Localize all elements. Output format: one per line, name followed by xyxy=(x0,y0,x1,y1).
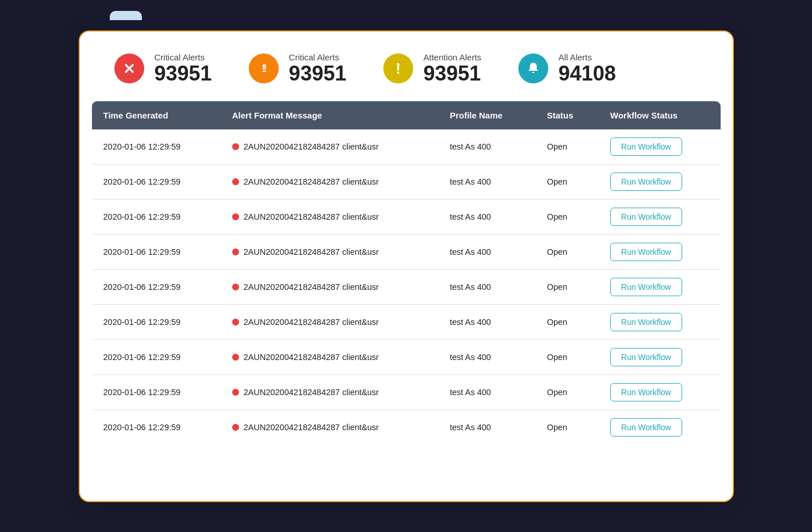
cell-time: 2020-01-06 12:29:59 xyxy=(91,270,221,305)
alert-message-text: 2AUN2020042182484287 client&usr xyxy=(244,142,379,151)
cell-message: 2AUN2020042182484287 client&usr xyxy=(221,235,438,270)
alert-severity-dot xyxy=(232,248,239,255)
cell-status: Open xyxy=(536,235,599,270)
alert-message-text: 2AUN2020042182484287 client&usr xyxy=(244,212,379,221)
cell-profile: test As 400 xyxy=(438,235,536,270)
cell-status: Open xyxy=(536,270,599,305)
summary-item-1: !! Critical Alerts 93951 xyxy=(249,52,347,85)
table-header: Time GeneratedAlert Format MessageProfil… xyxy=(91,101,721,130)
cell-message: 2AUN2020042182484287 client&usr xyxy=(221,410,438,445)
alerts-card: Critical Alerts 93951 !! Critical Alerts… xyxy=(79,30,734,502)
table-row: 2020-01-06 12:29:592AUN2020042182484287 … xyxy=(91,410,721,445)
table-row: 2020-01-06 12:29:592AUN2020042182484287 … xyxy=(91,164,721,200)
cell-action: Run Workflow xyxy=(599,410,721,445)
run-workflow-button[interactable]: Run Workflow xyxy=(610,208,682,226)
cell-time: 2020-01-06 12:29:59 xyxy=(91,375,221,410)
table-row: 2020-01-06 12:29:592AUN2020042182484287 … xyxy=(91,305,721,340)
summary-icon-yellow: ! xyxy=(383,53,413,83)
col-header-1: Alert Format Message xyxy=(221,101,438,130)
alert-message-text: 2AUN2020042182484287 client&usr xyxy=(244,177,379,186)
cell-profile: test As 400 xyxy=(438,305,536,340)
cell-action: Run Workflow xyxy=(599,305,721,340)
col-header-0: Time Generated xyxy=(91,101,221,130)
summary-icon-orange: !! xyxy=(249,53,279,83)
cell-time: 2020-01-06 12:29:59 xyxy=(91,410,221,445)
summary-icon-teal xyxy=(518,53,548,83)
cell-message: 2AUN2020042182484287 client&usr xyxy=(221,305,438,340)
table-wrap: Time GeneratedAlert Format MessageProfil… xyxy=(80,101,733,445)
col-header-4: Workflow Status xyxy=(599,101,721,130)
table-row: 2020-01-06 12:29:592AUN2020042182484287 … xyxy=(91,129,721,164)
table-body: 2020-01-06 12:29:592AUN2020042182484287 … xyxy=(91,129,721,445)
run-workflow-button[interactable]: Run Workflow xyxy=(610,137,682,156)
cell-profile: test As 400 xyxy=(438,129,536,164)
run-workflow-button[interactable]: Run Workflow xyxy=(610,278,682,296)
run-workflow-button[interactable]: Run Workflow xyxy=(610,243,682,261)
alert-message-text: 2AUN2020042182484287 client&usr xyxy=(244,282,379,292)
run-workflow-button[interactable]: Run Workflow xyxy=(610,383,682,401)
cell-profile: test As 400 xyxy=(438,375,536,410)
cell-action: Run Workflow xyxy=(599,270,721,305)
cell-time: 2020-01-06 12:29:59 xyxy=(91,305,221,340)
cell-time: 2020-01-06 12:29:59 xyxy=(91,340,221,375)
summary-value-0: 93951 xyxy=(155,62,212,85)
alert-message-text: 2AUN2020042182484287 client&usr xyxy=(244,388,379,397)
run-workflow-button[interactable]: Run Workflow xyxy=(610,173,682,191)
alerts-table: Time GeneratedAlert Format MessageProfil… xyxy=(91,101,721,445)
table-row: 2020-01-06 12:29:592AUN2020042182484287 … xyxy=(91,375,721,410)
cell-action: Run Workflow xyxy=(599,340,721,375)
alert-severity-dot xyxy=(232,424,239,431)
summary-label-2: Attention Alerts xyxy=(424,52,482,62)
cell-status: Open xyxy=(536,164,599,200)
cell-message: 2AUN2020042182484287 client&usr xyxy=(221,200,438,235)
alert-severity-dot xyxy=(232,389,239,396)
run-workflow-button[interactable]: Run Workflow xyxy=(610,418,682,437)
cell-status: Open xyxy=(536,375,599,410)
alert-message-text: 2AUN2020042182484287 client&usr xyxy=(244,353,379,362)
alert-severity-dot xyxy=(232,284,239,290)
run-workflow-button[interactable]: Run Workflow xyxy=(610,348,682,366)
cell-profile: test As 400 xyxy=(438,200,536,235)
summary-label-0: Critical Alerts xyxy=(155,52,212,62)
alert-message-text: 2AUN2020042182484287 client&usr xyxy=(244,247,379,257)
col-header-2: Profile Name xyxy=(438,101,536,130)
alert-severity-dot xyxy=(232,143,239,150)
cell-message: 2AUN2020042182484287 client&usr xyxy=(221,129,438,164)
cell-status: Open xyxy=(536,200,599,235)
table-row: 2020-01-06 12:29:592AUN2020042182484287 … xyxy=(91,340,721,375)
cell-time: 2020-01-06 12:29:59 xyxy=(91,129,221,164)
summary-item-0: Critical Alerts 93951 xyxy=(114,52,212,85)
cell-profile: test As 400 xyxy=(438,270,536,305)
cell-action: Run Workflow xyxy=(599,375,721,410)
cell-profile: test As 400 xyxy=(438,410,536,445)
cell-message: 2AUN2020042182484287 client&usr xyxy=(221,164,438,200)
summary-text-1: Critical Alerts 93951 xyxy=(289,52,347,85)
cell-action: Run Workflow xyxy=(599,129,721,164)
summary-label-3: All Alerts xyxy=(559,52,616,62)
alert-message-text: 2AUN2020042182484287 client&usr xyxy=(244,423,379,432)
cell-status: Open xyxy=(536,410,599,445)
alert-severity-dot xyxy=(232,178,239,185)
summary-value-2: 93951 xyxy=(424,62,482,85)
summary-item-2: ! Attention Alerts 93951 xyxy=(383,52,482,85)
col-header-3: Status xyxy=(536,101,599,130)
cell-message: 2AUN2020042182484287 client&usr xyxy=(221,375,438,410)
summary-label-1: Critical Alerts xyxy=(289,52,347,62)
cell-time: 2020-01-06 12:29:59 xyxy=(91,164,221,200)
alert-severity-dot xyxy=(232,319,239,326)
alert-severity-dot xyxy=(232,213,239,220)
card-tab xyxy=(110,11,142,20)
summary-icon-red xyxy=(114,53,144,83)
cell-action: Run Workflow xyxy=(599,200,721,235)
run-workflow-button[interactable]: Run Workflow xyxy=(610,313,682,331)
summary-value-3: 94108 xyxy=(559,62,616,85)
cell-action: Run Workflow xyxy=(599,235,721,270)
summary-value-1: 93951 xyxy=(289,62,347,85)
cell-status: Open xyxy=(536,129,599,164)
cell-profile: test As 400 xyxy=(438,164,536,200)
table-row: 2020-01-06 12:29:592AUN2020042182484287 … xyxy=(91,200,721,235)
alert-severity-dot xyxy=(232,354,239,361)
table-row: 2020-01-06 12:29:592AUN2020042182484287 … xyxy=(91,235,721,270)
summary-text-3: All Alerts 94108 xyxy=(559,52,616,85)
cell-status: Open xyxy=(536,305,599,340)
